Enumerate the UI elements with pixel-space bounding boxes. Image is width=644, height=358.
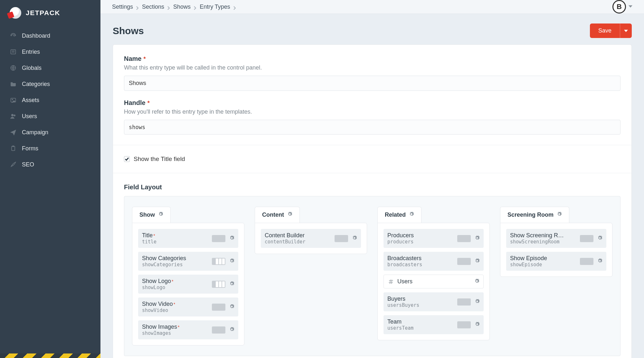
layout-tab-header[interactable]: Show — [132, 207, 171, 223]
chevron-right-icon — [136, 5, 139, 9]
field-handle: usersTeam — [387, 325, 457, 331]
width-widget[interactable] — [457, 298, 471, 306]
field-chip[interactable]: Content BuildercontentBuilder — [261, 229, 361, 248]
layout-tab-header[interactable]: Related — [377, 207, 421, 223]
field-title: Buyers — [387, 296, 457, 302]
user-avatar[interactable]: B — [612, 0, 626, 14]
user-menu-caret[interactable] — [629, 4, 632, 9]
chevron-right-icon — [233, 5, 237, 9]
sidebar-item-entries[interactable]: Entries — [0, 44, 100, 60]
gear-icon[interactable] — [557, 212, 562, 218]
breadcrumb-shows[interactable]: Shows — [173, 4, 191, 10]
save-button[interactable]: Save — [590, 24, 620, 38]
gear-icon[interactable] — [229, 258, 234, 264]
sidebar-item-dashboard[interactable]: Dashboard — [0, 28, 100, 44]
gear-icon[interactable] — [475, 299, 480, 305]
layout-tab-body[interactable]: ProducersproducersBroadcastersbroadcaste… — [377, 223, 490, 340]
width-widget[interactable] — [212, 326, 225, 334]
gear-icon[interactable] — [229, 235, 234, 241]
width-widget[interactable] — [212, 235, 225, 242]
field-chip[interactable]: BuyersusersBuyers — [384, 292, 484, 311]
brand[interactable]: JETPACK — [0, 0, 100, 26]
svg-rect-9 — [13, 146, 14, 147]
sidebar-item-categories[interactable]: Categories — [0, 76, 100, 92]
field-chip[interactable]: Show EpisodeshowEpisode — [506, 252, 606, 271]
field-chip[interactable]: Show Images*showImages — [138, 320, 238, 339]
breadcrumb-sections[interactable]: Sections — [142, 4, 164, 10]
name-input[interactable] — [124, 76, 620, 91]
sidebar-item-assets[interactable]: Assets — [0, 92, 100, 108]
layout-tab-body[interactable]: Show Screening R…showScreeningRoomShow E… — [500, 223, 612, 277]
width-widget[interactable] — [335, 235, 348, 242]
field-chip[interactable]: Broadcastersbroadcasters — [384, 252, 484, 271]
width-widget[interactable] — [212, 304, 225, 311]
save-button-group: Save — [590, 24, 632, 38]
gear-icon[interactable] — [409, 212, 414, 218]
gear-icon[interactable] — [597, 258, 602, 264]
field-chip[interactable]: TeamusersTeam — [384, 315, 484, 334]
gear-icon[interactable] — [229, 281, 234, 287]
user-initial: B — [617, 3, 622, 11]
gear-icon[interactable] — [352, 235, 357, 241]
width-widget[interactable] — [580, 258, 593, 265]
field-chip[interactable]: Show Logo*showLogo — [138, 275, 238, 294]
sidebar-item-label: Globals — [22, 65, 42, 71]
topbar: SettingsSectionsShowsEntry Types B — [100, 0, 644, 14]
field-handle: showCategories — [142, 262, 212, 268]
gear-icon[interactable] — [287, 212, 292, 218]
show-title-checkbox-row[interactable]: Show the Title field — [124, 155, 620, 163]
field-handle: contentBuilder — [265, 239, 335, 245]
field-title: Show Images* — [142, 324, 212, 330]
field-chip[interactable]: Producersproducers — [384, 229, 484, 248]
width-widget[interactable] — [212, 258, 225, 265]
field-layout-label: Field Layout — [124, 184, 620, 191]
tab-name: Screening Room — [507, 212, 554, 218]
gear-icon[interactable] — [474, 278, 479, 285]
gear-icon[interactable] — [158, 212, 163, 218]
layout-tab-body[interactable]: Title*titleShow CategoriesshowCategories… — [132, 223, 244, 345]
sidebar-item-globals[interactable]: Globals — [0, 60, 100, 76]
width-widget[interactable] — [212, 281, 225, 288]
field-chip[interactable]: Show CategoriesshowCategories — [138, 252, 238, 271]
tab-name: Related — [385, 212, 406, 218]
sidebar-item-users[interactable]: Users — [0, 108, 100, 124]
field-title: Producers — [387, 232, 457, 239]
gear-icon[interactable] — [597, 235, 602, 241]
width-widget[interactable] — [457, 235, 471, 242]
svg-point-7 — [14, 115, 15, 116]
gear-icon[interactable] — [475, 235, 480, 241]
handle-input[interactable] — [124, 120, 620, 135]
sidebar-item-campaign[interactable]: Campaign — [0, 124, 100, 140]
field-title: Show Episode — [510, 255, 580, 262]
breadcrumb-settings[interactable]: Settings — [112, 4, 133, 10]
width-widget[interactable] — [580, 235, 593, 242]
layout-tab-header[interactable]: Content — [255, 207, 300, 223]
breadcrumbs: SettingsSectionsShowsEntry Types — [112, 4, 237, 10]
sidebar-item-label: SEO — [22, 161, 34, 168]
width-widget[interactable] — [457, 258, 471, 265]
layout-tab-header[interactable]: Screening Room — [500, 207, 569, 223]
sidebar-item-label: Users — [22, 113, 37, 120]
field-chip[interactable]: Show Screening R…showScreeningRoom — [506, 229, 606, 248]
field-chip[interactable]: Users — [384, 275, 484, 288]
sidebar-nav: DashboardEntriesGlobalsCategoriesAssetsU… — [0, 26, 100, 173]
sidebar-item-label: Categories — [22, 81, 50, 88]
sidebar-item-forms[interactable]: Forms — [0, 140, 100, 156]
gear-icon[interactable] — [229, 327, 234, 333]
field-layout-designer[interactable]: ShowTitle*titleShow CategoriesshowCatego… — [124, 196, 620, 356]
checkbox-icon — [124, 156, 130, 162]
sidebar-item-seo[interactable]: SEO — [0, 156, 100, 173]
gear-icon[interactable] — [475, 322, 480, 328]
breadcrumb-entry-types[interactable]: Entry Types — [200, 4, 230, 10]
layout-tab-body[interactable]: Content BuildercontentBuilder — [255, 223, 367, 254]
brand-name: JETPACK — [26, 9, 60, 17]
save-menu-button[interactable] — [620, 24, 632, 38]
required-star: * — [178, 325, 179, 330]
field-handle: producers — [387, 239, 457, 245]
rocket-icon — [10, 161, 17, 168]
field-chip[interactable]: Show Video*showVideo — [138, 297, 238, 316]
gear-icon[interactable] — [229, 304, 234, 310]
field-chip[interactable]: Title*title — [138, 229, 238, 248]
gear-icon[interactable] — [475, 258, 480, 264]
width-widget[interactable] — [457, 321, 471, 328]
